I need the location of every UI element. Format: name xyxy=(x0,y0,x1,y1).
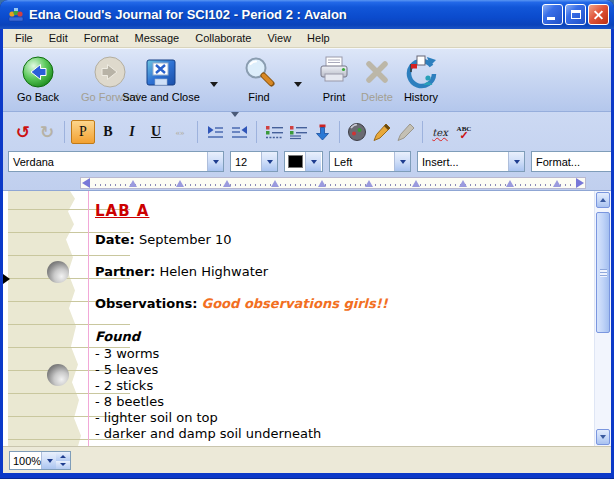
ruler-tick xyxy=(271,180,279,187)
chevron-down-icon[interactable] xyxy=(305,152,321,171)
chevron-down-icon[interactable] xyxy=(394,152,410,171)
date-value: September 10 xyxy=(139,232,232,247)
zoom-spinner[interactable] xyxy=(56,451,71,470)
history-button[interactable]: History xyxy=(395,55,447,103)
window-title: Edna Cloud's Journal for SCI102 - Period… xyxy=(29,7,542,22)
print-icon xyxy=(317,55,351,89)
ruler-row xyxy=(3,176,611,191)
grip-icon xyxy=(600,269,607,277)
title-bar[interactable]: Edna Cloud's Journal for SCI102 - Period… xyxy=(0,0,614,29)
menu-format[interactable]: Format xyxy=(76,30,127,46)
right-indent-marker[interactable] xyxy=(576,178,584,188)
highlighter-icon xyxy=(372,123,391,142)
ruler-tick xyxy=(412,180,420,187)
arrow-down-icon xyxy=(315,124,330,141)
list-item: - 3 worms xyxy=(95,346,581,362)
undo-icon[interactable]: ↺ xyxy=(12,120,34,144)
scrollbar-thumb[interactable] xyxy=(596,212,610,333)
close-button[interactable] xyxy=(588,4,609,25)
insert-value: Insert... xyxy=(418,156,508,168)
list-item: - darker and damp soil underneath xyxy=(95,426,581,442)
font-size-select[interactable]: 12 xyxy=(230,151,278,172)
ruler-tick xyxy=(129,180,137,187)
italic-button[interactable]: I xyxy=(121,120,143,144)
underline-button[interactable]: U xyxy=(145,120,167,144)
find-label: Find xyxy=(248,91,269,103)
plain-text-button[interactable]: P xyxy=(71,120,95,144)
bold-button[interactable]: B xyxy=(97,120,119,144)
increase-indent-button[interactable] xyxy=(204,120,226,144)
save-and-close-dropdown[interactable] xyxy=(207,77,221,91)
chevron-down-icon[interactable] xyxy=(508,152,524,171)
ruler-tick xyxy=(176,180,184,187)
zoom-select[interactable]: 100% xyxy=(9,451,56,470)
spin-up-icon[interactable] xyxy=(56,452,70,461)
format-toolbar: ↺ ↻ P B I U «» xyxy=(11,117,476,147)
ruler-tick xyxy=(553,180,561,187)
observations-label: Observations: xyxy=(95,296,197,311)
date-field: Date: September 10 xyxy=(95,233,581,247)
find-dropdown[interactable] xyxy=(291,77,305,91)
ruler-tick xyxy=(459,180,467,187)
partner-label: Partner: xyxy=(95,264,155,279)
menu-edit[interactable]: Edit xyxy=(41,30,76,46)
spell-check-button[interactable]: ABC ✓ xyxy=(453,120,475,144)
format-painter-icon xyxy=(396,123,415,142)
print-button[interactable]: Print xyxy=(309,55,359,103)
menu-view[interactable]: View xyxy=(259,30,299,46)
menu-help[interactable]: Help xyxy=(299,30,338,46)
list-item: - 2 sticks xyxy=(95,378,581,394)
vertical-scrollbar[interactable] xyxy=(594,191,611,446)
journal-page[interactable]: LAB A Date: September 10 Partner: Helen … xyxy=(3,191,611,446)
partner-value: Helen Highwater xyxy=(159,264,268,279)
separator xyxy=(339,121,340,143)
save-and-close-button[interactable]: Save and Close xyxy=(115,55,207,103)
save-icon xyxy=(144,55,178,89)
window-content: File Edit Format Message Collaborate Vie… xyxy=(3,29,611,473)
numbered-list-icon xyxy=(289,125,308,140)
text-color-select[interactable] xyxy=(284,151,323,172)
find-button[interactable]: Find xyxy=(233,55,285,103)
menu-message[interactable]: Message xyxy=(127,30,188,46)
bullet-list-button[interactable] xyxy=(263,120,285,144)
numbered-list-button[interactable] xyxy=(287,120,309,144)
spin-down-icon[interactable] xyxy=(56,461,70,470)
editor-text[interactable]: LAB A Date: September 10 Partner: Helen … xyxy=(95,202,581,442)
scroll-down-button[interactable] xyxy=(596,429,610,445)
partner-field: Partner: Helen Highwater xyxy=(95,265,581,279)
minimize-icon xyxy=(547,17,555,20)
left-indent-marker[interactable] xyxy=(82,178,90,188)
maximize-button[interactable] xyxy=(565,4,586,25)
chevron-down-icon[interactable] xyxy=(207,152,223,171)
insert-select[interactable]: Insert... xyxy=(417,151,525,172)
ruler-tick xyxy=(506,180,514,187)
format-select[interactable]: Format... xyxy=(531,151,611,172)
ruler xyxy=(80,177,586,189)
formatting-toolbars: ↺ ↻ P B I U «» xyxy=(3,112,611,191)
scroll-up-button[interactable] xyxy=(596,192,610,208)
history-label: History xyxy=(404,91,438,103)
web-safety-icon xyxy=(347,122,367,142)
ruler-tick xyxy=(318,180,326,187)
special-characters-icon: «» xyxy=(169,120,191,144)
chevron-down-icon[interactable] xyxy=(41,452,57,469)
go-back-button[interactable]: Go Back xyxy=(11,55,65,103)
hole-punch xyxy=(47,261,69,283)
font-family-select[interactable]: Verdana xyxy=(8,151,224,172)
menu-collaborate[interactable]: Collaborate xyxy=(187,30,259,46)
line-indicator-icon xyxy=(3,274,10,284)
ruler-tick xyxy=(223,180,231,187)
minimize-button[interactable] xyxy=(542,4,563,25)
alignment-select[interactable]: Left xyxy=(329,151,411,172)
highlighter-button[interactable] xyxy=(370,120,392,144)
list-item: - lighter soil on top xyxy=(95,410,581,426)
move-down-button[interactable] xyxy=(311,120,333,144)
decrease-indent-button[interactable] xyxy=(228,120,250,144)
chevron-down-icon[interactable] xyxy=(261,152,277,171)
web-safety-button[interactable] xyxy=(346,120,368,144)
menu-file[interactable]: File xyxy=(7,30,41,46)
date-label: Date: xyxy=(95,232,135,247)
autocorrect-icon[interactable]: tex xyxy=(429,120,451,144)
save-and-close-label: Save and Close xyxy=(122,91,200,103)
list-item: - 5 leaves xyxy=(95,362,581,378)
